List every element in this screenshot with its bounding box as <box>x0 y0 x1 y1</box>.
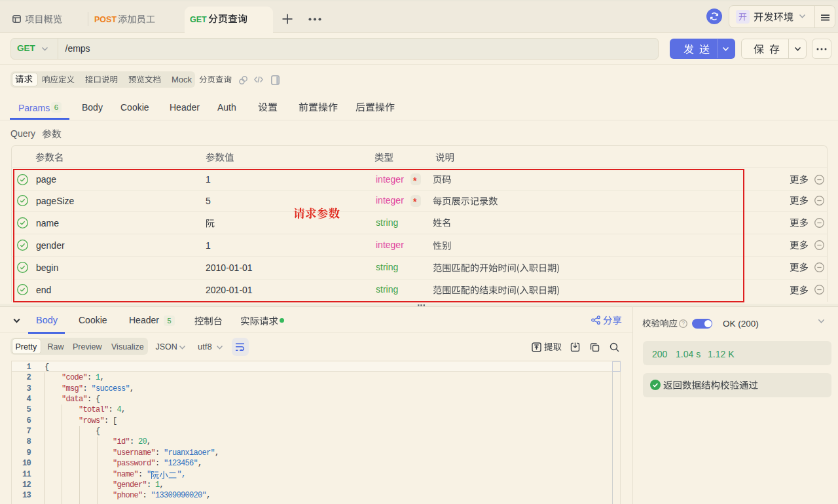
svg-text:?: ? <box>682 320 685 327</box>
